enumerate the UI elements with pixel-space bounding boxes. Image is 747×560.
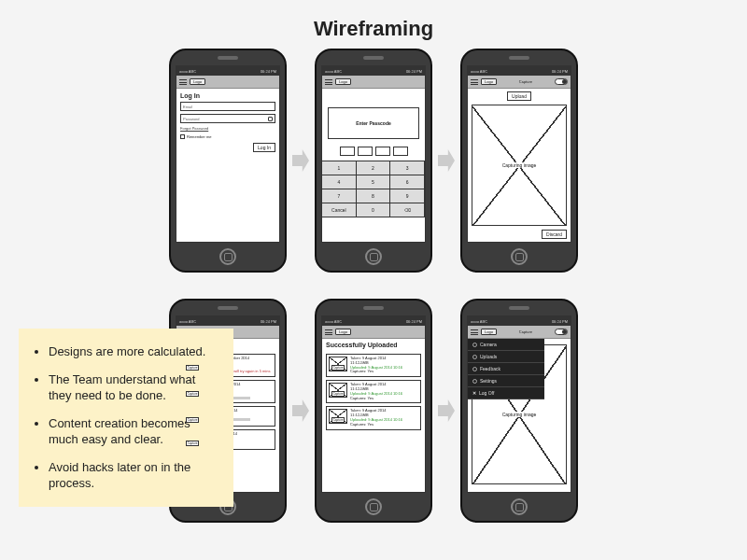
password-placeholder: Password xyxy=(183,117,200,121)
capture-preview: Capturing image xyxy=(472,105,567,226)
logo-chip: Logo xyxy=(335,329,351,335)
phone-drawer: oooo ABC 06:24 PM Logo Capture Capturing… xyxy=(460,299,578,523)
thumbnail: Capture xyxy=(329,409,347,424)
drawer-item-feedback[interactable]: Feedback xyxy=(468,363,544,375)
status-bar: oooo ABC 06:24 PM xyxy=(176,66,279,76)
home-button[interactable] xyxy=(511,498,528,515)
passcode-prompt: Enter Passcode xyxy=(328,107,419,139)
arrow-icon xyxy=(438,149,455,172)
key-8[interactable]: 8 xyxy=(357,189,391,203)
uploaded-heading: Successfully Uploaded xyxy=(322,339,425,351)
passcode-inputs[interactable] xyxy=(322,147,425,156)
phone-speaker xyxy=(363,56,384,60)
arrow-icon xyxy=(438,399,455,422)
key-7[interactable]: 7 xyxy=(322,189,357,203)
home-button[interactable] xyxy=(219,248,236,265)
keypad: 1 2 3 4 5 6 7 8 9 Cancel 0 ⌫ xyxy=(322,161,425,217)
capture-toggle[interactable] xyxy=(555,78,568,85)
menu-icon[interactable] xyxy=(471,79,478,85)
key-2[interactable]: 2 xyxy=(357,161,391,175)
carrier: oooo ABC xyxy=(179,69,196,74)
thumbnail: Capture xyxy=(329,357,347,371)
home-button[interactable] xyxy=(365,498,382,515)
key-5[interactable]: 5 xyxy=(357,175,391,189)
key-9[interactable]: 9 xyxy=(390,189,425,203)
home-button[interactable] xyxy=(511,248,528,265)
drawer-item-logoff[interactable]: ✕Log Off xyxy=(468,387,544,399)
list-item[interactable]: Capture Taken: 9 August 2014 11:12-5MB U… xyxy=(326,406,421,429)
menu-icon[interactable] xyxy=(471,329,478,335)
capture-placeholder: Capturing image xyxy=(500,162,539,168)
forgot-password-link[interactable]: Forgot Password xyxy=(180,126,275,131)
phone-speaker xyxy=(218,306,238,310)
logo-chip: Logo xyxy=(481,78,497,85)
status-bar: oooo ABC 06:24 PM xyxy=(176,316,279,326)
checkbox-icon xyxy=(180,134,185,139)
phone-speaker xyxy=(363,306,384,310)
email-placeholder: Email xyxy=(183,105,192,109)
drawer-label: Uploads xyxy=(480,354,497,359)
upload-button[interactable]: Upload xyxy=(507,91,531,101)
key-backspace[interactable]: ⌫ xyxy=(390,203,425,217)
app-bar: Logo Capture xyxy=(468,326,571,339)
logo-chip: Logo xyxy=(335,78,351,85)
clock: 06:24 PM xyxy=(261,69,276,74)
clock: 06:24 PM xyxy=(552,69,568,74)
remember-checkbox[interactable]: Remember me xyxy=(180,134,275,139)
camera-icon xyxy=(472,343,477,347)
drawer-item-camera[interactable]: Camera xyxy=(468,339,544,351)
list-item[interactable]: Capture Taken: 9 August 2014 11:12-5MB U… xyxy=(326,354,421,377)
feedback-icon xyxy=(472,367,477,371)
item-captures: Captures: Yes xyxy=(350,397,402,401)
list-item[interactable]: Capture Taken: 9 August 2014 11:12-5MB U… xyxy=(326,380,421,403)
app-bar: Logo Capture xyxy=(468,76,571,89)
screen-capture: oooo ABC 06:24 PM Logo Capture Upload Ca… xyxy=(467,65,571,243)
remember-label: Remember me xyxy=(187,134,211,139)
menu-icon[interactable] xyxy=(179,79,187,85)
arrow-icon xyxy=(292,149,309,172)
thumb-label: Capture xyxy=(331,365,345,371)
key-4[interactable]: 4 xyxy=(322,175,357,189)
password-field[interactable]: Password xyxy=(180,114,275,123)
note-bullet: The Team understand what they need to be… xyxy=(49,371,220,404)
carrier: oooo ABC xyxy=(325,319,342,324)
phone-passcode: oooo ABC 06:24 PM Logo Enter Passcode 1 … xyxy=(315,49,432,273)
thumb-label: Capture xyxy=(186,391,200,397)
home-button[interactable] xyxy=(365,248,382,265)
email-field[interactable]: Email xyxy=(180,102,275,111)
logo-chip: Logo xyxy=(190,78,205,85)
status-bar: oooo ABC 06:24 PM xyxy=(322,316,425,326)
phone-uploaded: oooo ABC 06:24 PM Logo Successfully Uplo… xyxy=(315,299,432,523)
carrier: oooo ABC xyxy=(471,69,487,74)
item-meta: Taken: 9 August 2014 11:12-5MB Uploaded:… xyxy=(350,409,402,427)
drawer-item-uploads[interactable]: Uploads xyxy=(468,351,544,363)
capture-toggle[interactable] xyxy=(555,329,568,335)
key-6[interactable]: 6 xyxy=(390,175,425,189)
capture-label: Capture xyxy=(519,79,532,84)
login-button[interactable]: Log In xyxy=(253,143,275,152)
status-bar: oooo ABC 06:24 PM xyxy=(322,66,425,76)
key-1[interactable]: 1 xyxy=(322,161,357,175)
key-3[interactable]: 3 xyxy=(390,161,425,175)
item-captures: Captures: Yes xyxy=(350,423,402,427)
row-1: oooo ABC 06:24 PM Logo Log In Email Pass… xyxy=(169,49,578,273)
app-bar: Logo xyxy=(322,326,425,339)
drawer-label: Feedback xyxy=(480,366,500,371)
discard-button[interactable]: Discard xyxy=(542,230,567,239)
screen-drawer: oooo ABC 06:24 PM Logo Capture Capturing… xyxy=(467,315,571,493)
phone-capture: oooo ABC 06:24 PM Logo Capture Upload Ca… xyxy=(460,49,578,273)
phone-speaker xyxy=(218,56,238,60)
menu-icon[interactable] xyxy=(325,79,332,85)
key-cancel[interactable]: Cancel xyxy=(322,203,357,217)
item-captures: Captures: Yes xyxy=(350,370,402,374)
carrier: oooo ABC xyxy=(471,319,487,324)
drawer-label: Log Off xyxy=(479,390,494,396)
phone-speaker xyxy=(509,306,529,310)
app-bar: Logo xyxy=(176,76,279,89)
thumb-label: Capture xyxy=(186,441,200,446)
menu-icon[interactable] xyxy=(325,329,332,335)
drawer-item-settings[interactable]: Settings xyxy=(468,375,544,387)
lock-icon xyxy=(268,117,273,121)
key-0[interactable]: 0 xyxy=(357,203,391,217)
drawer-label: Camera xyxy=(480,342,497,347)
